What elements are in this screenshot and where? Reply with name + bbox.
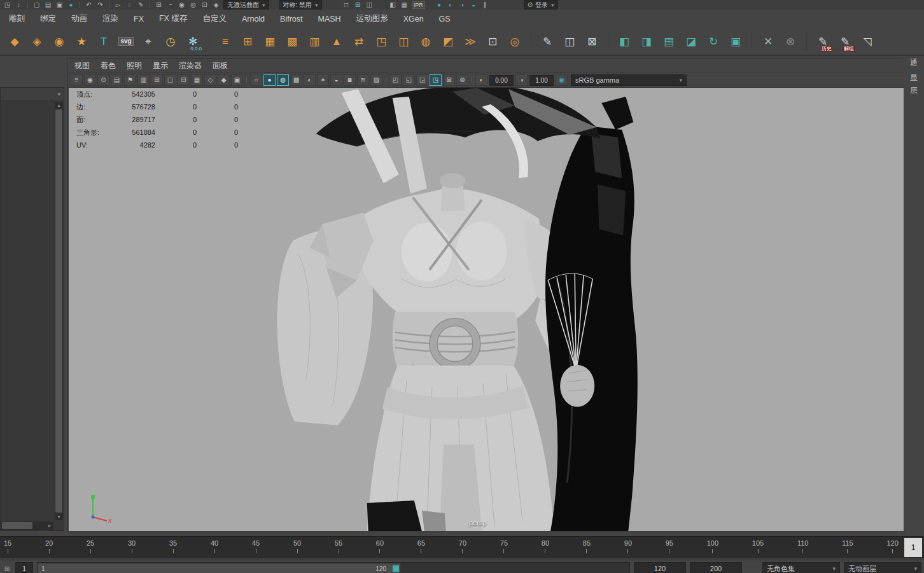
image-plane-icon[interactable]: ▥ bbox=[137, 74, 150, 86]
gate-mask-icon[interactable]: ▦ bbox=[191, 74, 203, 86]
exposure-icon[interactable]: ◐ bbox=[475, 74, 487, 86]
range-slider-track[interactable]: 1 120 bbox=[37, 562, 630, 573]
render-frame-icon[interactable]: ● bbox=[435, 1, 444, 9]
color-management-icon[interactable]: ◉ bbox=[556, 74, 568, 86]
timeline-tick[interactable]: 65 bbox=[417, 539, 425, 558]
type-tool-icon[interactable]: T bbox=[94, 31, 114, 52]
insert-edge-loop-icon[interactable]: ◫ bbox=[559, 31, 580, 52]
timeline-tick[interactable]: 35 bbox=[169, 539, 177, 558]
nurbs-curve-surface-icon[interactable]: ◨ bbox=[636, 31, 657, 52]
edit-history-icon[interactable]: ✎历史 bbox=[813, 31, 833, 52]
snap-curve-icon[interactable]: ~ bbox=[166, 1, 174, 9]
ipr-render-icon[interactable]: ◐ bbox=[447, 1, 455, 9]
ground-plane-icon[interactable]: ◹ bbox=[857, 31, 878, 52]
ssao-icon[interactable]: ◙ bbox=[344, 74, 356, 86]
gamma-field[interactable]: 1.00 bbox=[529, 75, 554, 86]
gamma-icon[interactable]: ◑ bbox=[515, 74, 528, 86]
playback-start-field[interactable]: 1 bbox=[15, 562, 33, 573]
timeline-tick[interactable]: 95 bbox=[666, 539, 673, 558]
panel-menu-item[interactable]: 照明 bbox=[127, 60, 142, 71]
menu-item[interactable]: FX bbox=[134, 15, 144, 24]
field-chart-icon[interactable]: ◇ bbox=[204, 74, 216, 86]
timeline-tick[interactable]: 40 bbox=[211, 539, 218, 558]
motion-blur-icon[interactable]: ≋ bbox=[357, 74, 369, 86]
multi-cut-icon[interactable]: ✎ bbox=[537, 31, 557, 52]
wireframe-icon[interactable]: ○ bbox=[250, 74, 262, 86]
color-space-dropdown[interactable]: sRGB gamma ▾ bbox=[571, 74, 687, 86]
timeline-ticks[interactable]: 1520253035404550556065707580859095100105… bbox=[0, 537, 902, 558]
timeline-tick[interactable]: 60 bbox=[376, 539, 384, 558]
ipr-button[interactable]: IPR bbox=[412, 1, 425, 9]
film-gate-icon[interactable]: ▢ bbox=[164, 74, 176, 86]
outliner-vscrollbar[interactable]: ▲ ▼ bbox=[55, 102, 63, 520]
render-sequence-icon[interactable]: ◒ bbox=[470, 1, 478, 9]
snap-point-icon[interactable]: ◉ bbox=[178, 1, 186, 9]
measure-tool-icon[interactable]: ⌖ bbox=[138, 31, 158, 52]
lattice-tool-icon[interactable]: ⊡ bbox=[482, 31, 503, 52]
star-shape-icon[interactable]: ★ bbox=[71, 31, 92, 52]
hscroll-right-arrow[interactable]: ► bbox=[46, 521, 53, 530]
platonic-solid-icon[interactable]: ◉ bbox=[49, 31, 69, 52]
playback-end-field[interactable]: 120 bbox=[634, 562, 686, 573]
timeline-tick[interactable]: 90 bbox=[624, 539, 632, 558]
vscroll-down-arrow[interactable]: ▼ bbox=[55, 513, 63, 520]
safe-action-icon[interactable]: ◆ bbox=[218, 74, 230, 86]
timeline-tick[interactable]: 110 bbox=[797, 539, 809, 558]
time-slider[interactable]: 1520253035404550556065707580859095100105… bbox=[0, 536, 924, 558]
selection-mask-icon[interactable]: ◳ bbox=[3, 1, 11, 9]
timeline-tick[interactable]: 30 bbox=[128, 539, 136, 558]
four-pane-layout-icon[interactable]: ⊞ bbox=[354, 1, 362, 9]
menu-item[interactable]: Arnold bbox=[242, 15, 265, 24]
hypershade-icon[interactable]: ◧ bbox=[389, 1, 397, 9]
shadows-icon[interactable]: ◒ bbox=[330, 74, 342, 86]
delete-node-icon[interactable]: ⊗ bbox=[780, 31, 801, 52]
timeline-tick[interactable]: 25 bbox=[87, 539, 94, 558]
wireframe-on-shaded-icon[interactable]: ◲ bbox=[416, 74, 428, 86]
poly-stack-icon[interactable]: ▦ bbox=[260, 31, 280, 52]
timeline-tick[interactable]: 85 bbox=[583, 539, 591, 558]
channel-box-tab[interactable]: 通 bbox=[904, 57, 924, 68]
xray-icon[interactable]: ◱ bbox=[403, 74, 415, 86]
camera-attributes-icon[interactable]: ▤ bbox=[111, 74, 123, 86]
poly-cubes-icon[interactable]: ▥ bbox=[304, 31, 325, 52]
timeline-tick[interactable]: 70 bbox=[459, 539, 466, 558]
all-lights-icon[interactable]: ✶ bbox=[317, 74, 329, 86]
timeline-tick[interactable]: 120 bbox=[886, 539, 898, 558]
chevron-tool-icon[interactable]: ≫ bbox=[460, 31, 480, 52]
select-tool-icon[interactable]: ▻ bbox=[114, 1, 122, 9]
animation-end-field[interactable]: 200 bbox=[690, 562, 742, 573]
hierarchy-select-icon[interactable]: ↕ bbox=[15, 1, 23, 9]
isolate-select-icon[interactable]: ◰ bbox=[389, 74, 402, 86]
timeline-tick[interactable]: 50 bbox=[293, 539, 301, 558]
timeline-tick[interactable]: 20 bbox=[45, 539, 53, 558]
timeline-tick[interactable]: 100 bbox=[707, 539, 718, 558]
undo-icon[interactable]: ↶ bbox=[85, 1, 93, 9]
panel-menu-item[interactable]: 着色 bbox=[101, 60, 116, 71]
timeline-tick[interactable]: 15 bbox=[4, 539, 11, 558]
timeline-tick[interactable]: 105 bbox=[752, 539, 764, 558]
poly-grid-add-icon[interactable]: ▩ bbox=[282, 31, 302, 52]
snapshot-icon[interactable]: ⊛ bbox=[456, 74, 468, 86]
nurbs-patch-icon[interactable]: ◧ bbox=[614, 31, 634, 52]
panel-menu-item[interactable]: 显示 bbox=[153, 60, 168, 71]
combine-mesh-icon[interactable]: ≡ bbox=[215, 31, 235, 52]
sphere-project-icon[interactable]: ◎ bbox=[505, 31, 525, 52]
symmetry-dropdown[interactable]: 对称: 禁用▾ bbox=[279, 0, 322, 10]
panel-menu-item[interactable]: 渲染器 bbox=[179, 60, 202, 71]
viewport-3d[interactable]: 顶点:54230500边:57672800面:28971700三角形:56188… bbox=[69, 88, 904, 531]
timeline-tick[interactable]: 75 bbox=[500, 539, 508, 558]
quad-draw-icon[interactable]: ⊠ bbox=[582, 31, 602, 52]
time-editor-icon[interactable]: ◷ bbox=[160, 31, 181, 52]
extrude-tool-icon[interactable]: ◳ bbox=[371, 31, 391, 52]
nurbs-loft-icon[interactable]: ▤ bbox=[659, 31, 679, 52]
nurbs-wedge-icon[interactable]: ◪ bbox=[681, 31, 701, 52]
range-slider-thumb[interactable]: 1 120 bbox=[38, 563, 400, 573]
range-grid-icon[interactable]: ⊞ bbox=[3, 565, 11, 572]
character-model[interactable] bbox=[69, 88, 904, 531]
mirror-tool-icon[interactable]: ⇄ bbox=[349, 31, 369, 52]
grid-toggle-icon[interactable]: ⊞ bbox=[151, 74, 163, 86]
redo-icon[interactable]: ↷ bbox=[96, 1, 104, 9]
safe-title-icon[interactable]: ▣ bbox=[231, 74, 243, 86]
new-scene-icon[interactable]: ▢ bbox=[32, 1, 41, 9]
make-live-icon[interactable]: ◈ bbox=[212, 1, 220, 9]
